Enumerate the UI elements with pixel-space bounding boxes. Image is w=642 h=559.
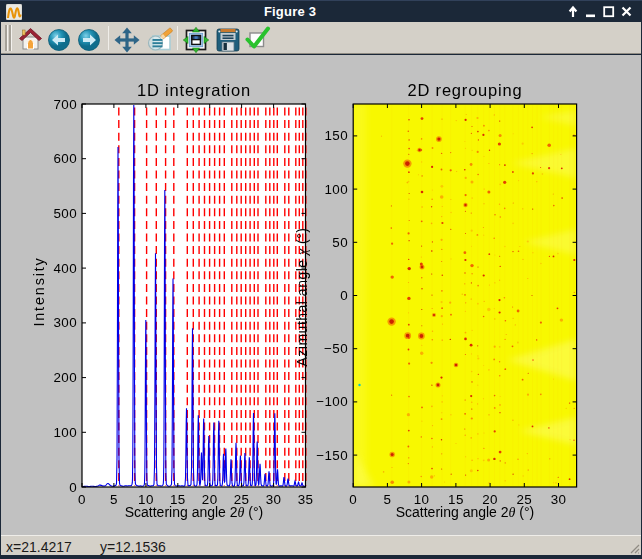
svg-text:700: 700 — [53, 97, 77, 112]
svg-text:Azimuthal angle χ (°): Azimuthal angle χ (°) — [294, 228, 310, 367]
svg-text:500: 500 — [53, 206, 77, 221]
svg-text:150: 150 — [324, 128, 348, 143]
svg-text:−150: −150 — [316, 448, 348, 463]
svg-text:50: 50 — [332, 235, 348, 250]
svg-text:2D regrouping: 2D regrouping — [408, 81, 523, 99]
svg-text:100: 100 — [324, 182, 348, 197]
svg-text:30: 30 — [551, 492, 567, 507]
svg-text:0: 0 — [349, 492, 357, 507]
svg-text:600: 600 — [53, 151, 77, 166]
svg-text:−50: −50 — [324, 341, 348, 356]
svg-text:35: 35 — [298, 492, 314, 507]
svg-text:Intensity: Intensity — [31, 256, 47, 326]
svg-text:−100: −100 — [316, 394, 348, 409]
svg-text:0: 0 — [340, 288, 348, 303]
svg-text:0: 0 — [78, 492, 86, 507]
svg-text:1D integration: 1D integration — [137, 81, 251, 99]
svg-text:Scattering angle 2θ (°): Scattering angle 2θ (°) — [396, 504, 535, 520]
svg-text:5: 5 — [383, 492, 391, 507]
svg-text:300: 300 — [53, 315, 77, 330]
svg-text:0: 0 — [69, 480, 77, 495]
svg-text:5: 5 — [110, 492, 118, 507]
svg-text:30: 30 — [266, 492, 282, 507]
svg-text:400: 400 — [53, 261, 77, 276]
svg-text:100: 100 — [53, 425, 77, 440]
svg-text:200: 200 — [53, 370, 77, 385]
svg-text:Scattering angle 2θ (°): Scattering angle 2θ (°) — [125, 504, 264, 520]
